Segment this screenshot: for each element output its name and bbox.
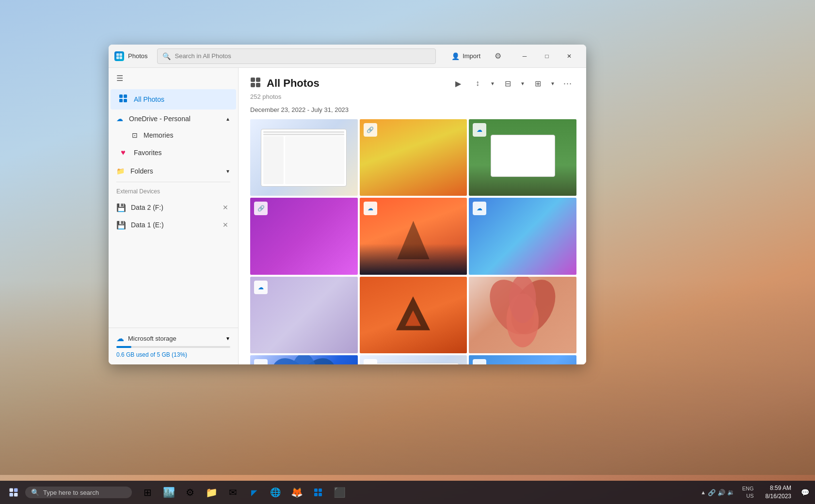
photo-item-2[interactable]: 🔗 [360,119,467,196]
folders-section[interactable]: 📁 Folders ▼ [109,162,238,180]
photos-window: Photos 🔍 👤 Import ⚙ ─ □ ✕ [109,45,586,364]
device-data2: 💾 Data 2 (F:) ✕ [109,199,238,216]
svg-rect-23 [14,493,18,497]
main-title-icon [250,77,261,90]
svg-rect-10 [251,83,255,87]
remove-device2-button[interactable]: ✕ [221,203,230,212]
svg-rect-5 [124,94,127,98]
taskbar: 🔍 Type here to search ⊞ 🏙️ ⚙ 📁 ✉ ◤ 🌐 🦊 [0,481,815,504]
filter-chevron-button[interactable]: ▼ [518,76,527,91]
photo-item-3[interactable]: ☁ [469,119,576,196]
photo-item-1[interactable] [250,119,358,196]
sidebar-item-favorites[interactable]: ♥ Favorites [111,143,236,162]
import-button[interactable]: 👤 Import [446,49,486,63]
time: 8:59 AM [766,484,791,492]
gear-icon: ⚙ [495,51,501,61]
hamburger-menu[interactable]: ☰ [109,68,238,89]
chevron-up-icon[interactable]: ▲ [701,489,706,495]
storage-section: ☁ Microsoft storage ▼ 0.6 GB used of 5 G… [109,328,238,364]
svg-rect-8 [251,78,255,82]
taskview-button[interactable]: ⊞ [138,483,157,502]
memories-icon: ⊡ [132,131,138,139]
chevron-up-icon: ▲ [225,116,230,122]
taskbar-firefox-icon[interactable]: 🦊 [287,483,306,502]
storage-progress-bar [116,346,230,348]
taskbar-search[interactable]: 🔍 Type here to search [25,487,132,498]
minimize-button[interactable]: ─ [513,48,536,64]
hdd2-icon: 💾 [116,220,126,230]
onedrive-section-left: ☁ OneDrive - Personal [116,115,191,123]
filter-button[interactable]: ⊟ [499,76,516,91]
svg-rect-21 [14,488,18,492]
taskview-icon: ⊞ [144,487,152,498]
start-button[interactable] [4,483,23,502]
taskbar-settings-icon[interactable]: ⚙ [180,483,200,502]
taskbar-clock[interactable]: ENG US [738,485,758,500]
view-button[interactable]: ⊞ [529,76,546,91]
photo-item-12[interactable]: ☁ 🪟 [469,355,576,364]
sidebar-item-memories[interactable]: ⊡ Memories [109,127,238,143]
settings-button[interactable]: ⚙ [490,48,506,64]
svg-rect-0 [116,53,119,56]
photo-count: 252 photos [240,93,586,104]
svg-rect-24 [314,488,318,492]
main-toolbar: ▶ ↕ ▼ ⊟ ▼ ⊞ ▼ [449,76,576,91]
search-input[interactable] [175,52,431,60]
cloud-icon: ☁ [116,334,124,343]
remove-device1-button[interactable]: ✕ [221,220,230,230]
taskbar-mail-icon[interactable]: ✉ [223,483,242,502]
svg-rect-11 [256,83,260,87]
title-bar-actions: 👤 Import ⚙ [446,48,506,64]
title-bar: Photos 🔍 👤 Import ⚙ ─ □ ✕ [109,45,586,68]
photo-item-8[interactable] [360,277,467,353]
more-button[interactable]: ··· [559,76,576,91]
taskbar-edge-icon[interactable]: 🌐 [266,483,285,502]
storage-header: ☁ Microsoft storage ▼ [116,334,230,343]
photo-item-4[interactable]: 🔗 [250,198,358,274]
speaker-icon[interactable]: 🔉 [727,489,735,496]
sort-button[interactable]: ↕ [469,76,486,91]
device-data2-left: 💾 Data 2 (F:) [116,203,163,212]
device-data1-left: 💾 Data 1 (E:) [116,220,164,230]
photo-item-11[interactable]: ☁ [360,355,467,364]
time-display[interactable]: 8:59 AM 8/16/2023 [762,484,795,501]
photo-item-6[interactable]: ☁ [469,198,576,274]
notification-icon[interactable]: 💬 [799,488,811,496]
folders-section-left: 📁 Folders [116,167,153,175]
storage-usage-text: 0.6 GB used of 5 GB (13%) [116,351,187,358]
slideshow-button[interactable]: ▶ [449,76,467,91]
photo-item-10[interactable]: ☁ [250,355,358,364]
main-title: All Photos [267,77,320,90]
taskbar-explorer-icon[interactable]: 📁 [202,483,221,502]
taskbar-search-text: Type here to search [43,489,99,496]
network-icon[interactable]: 🔗 [708,489,716,496]
sidebar-item-all-photos[interactable]: All Photos [111,89,236,110]
photo-item-5[interactable]: ☁ [360,198,467,274]
onedrive-section[interactable]: ☁ OneDrive - Personal ▲ [109,110,238,127]
taskbar-city-icon[interactable]: 🏙️ [159,483,178,502]
taskbar-terminal-icon[interactable]: ⬛ [330,483,349,502]
svg-rect-2 [116,56,119,59]
chevron-down-icon: ▼ [225,169,230,174]
sort-chevron-button[interactable]: ▼ [488,76,497,91]
main-content: All Photos ▶ ↕ ▼ ⊟ ▼ [240,68,586,364]
date-range: December 23, 2022 - July 31, 2023 [240,104,586,119]
maximize-button[interactable]: □ [536,48,558,64]
hamburger-icon: ☰ [116,74,123,82]
app-body: ☰ All Photos ☁ [109,68,586,364]
close-button[interactable]: ✕ [558,48,580,64]
taskbar-vscode-icon[interactable]: ◤ [244,483,264,502]
volume-icon[interactable]: 🔊 [718,489,725,496]
svg-rect-7 [124,99,127,102]
play-icon: ▶ [455,79,461,88]
sidebar-spacer [109,234,238,328]
main-title-area: All Photos [250,77,320,90]
photo-item-9[interactable] [469,277,576,353]
sort-icon: ↕ [476,79,479,88]
photo-item-7[interactable]: ☁ [250,277,358,353]
storage-chevron-down-icon[interactable]: ▼ [225,336,230,341]
view-chevron-button[interactable]: ▼ [548,76,557,91]
taskbar-photos-icon[interactable] [308,483,328,502]
search-bar[interactable]: 🔍 [157,48,436,64]
svg-rect-25 [319,488,322,492]
